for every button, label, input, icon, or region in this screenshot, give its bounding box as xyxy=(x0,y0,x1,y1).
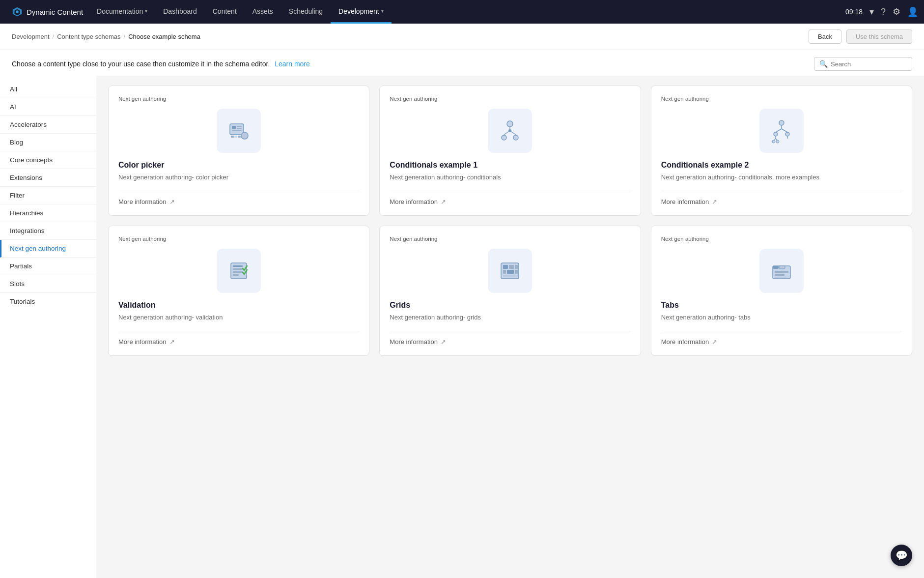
external-link-icon: ↗ xyxy=(441,198,446,205)
card-color-picker[interactable]: Next gen authoring Color picker xyxy=(108,86,369,216)
chevron-down-icon[interactable]: ▾ xyxy=(869,6,874,17)
card-conditionals-2[interactable]: Next gen authoring xyxy=(651,86,912,216)
card-icon-wrap xyxy=(217,109,261,153)
card-tag: Next gen authoring xyxy=(390,236,630,242)
card-desc: Next generation authoring- grids xyxy=(390,314,630,321)
help-icon[interactable]: ? xyxy=(881,7,886,17)
nav-items: Documentation ▾ Dashboard Content Assets… xyxy=(89,0,845,24)
sidebar-item-integrations[interactable]: Integrations xyxy=(0,222,96,240)
card-conditionals-1[interactable]: Next gen authoring Conditionals example … xyxy=(379,86,641,216)
svg-rect-41 xyxy=(507,270,514,274)
search-input[interactable] xyxy=(831,60,899,68)
cards-grid: Next gen authoring Color picker xyxy=(108,86,912,356)
card-footer[interactable]: More information ↗ xyxy=(390,191,630,205)
sidebar: All AI Accelerators Blog Core concepts E… xyxy=(0,76,96,578)
card-footer[interactable]: More information ↗ xyxy=(118,191,359,205)
sidebar-item-filter[interactable]: Filter xyxy=(0,187,96,204)
more-info-label: More information xyxy=(118,338,167,346)
external-link-icon: ↗ xyxy=(712,198,717,205)
card-desc: Next generation authoring- tabs xyxy=(661,314,902,321)
card-title: Grids xyxy=(390,301,630,310)
desc-text: Choose a content type close to your use … xyxy=(12,60,270,68)
sidebar-item-tutorials[interactable]: Tutorials xyxy=(0,293,96,310)
chevron-down-icon: ▾ xyxy=(381,8,384,14)
validation-icon xyxy=(226,258,252,284)
card-footer[interactable]: More information ↗ xyxy=(390,331,630,346)
card-icon-wrap xyxy=(759,249,804,293)
card-title: Tabs xyxy=(661,301,902,310)
user-icon[interactable]: 👤 xyxy=(907,6,918,17)
sidebar-item-partials[interactable]: Partials xyxy=(0,258,96,275)
more-info-label: More information xyxy=(390,198,438,205)
conditionals2-icon xyxy=(769,118,794,144)
card-footer[interactable]: More information ↗ xyxy=(661,191,902,205)
card-icon-wrap xyxy=(217,249,261,293)
sidebar-item-slots[interactable]: Slots xyxy=(0,275,96,293)
card-desc: Next generation authoring- validation xyxy=(118,314,359,321)
sidebar-item-core-concepts[interactable]: Core concepts xyxy=(0,151,96,169)
sidebar-item-extensions[interactable]: Extensions xyxy=(0,169,96,187)
back-button[interactable]: Back xyxy=(809,29,841,44)
breadcrumb-sep-1: / xyxy=(53,33,55,40)
card-footer[interactable]: More information ↗ xyxy=(661,331,902,346)
card-title: Conditionals example 2 xyxy=(661,161,902,170)
desc-text-wrap: Choose a content type close to your use … xyxy=(12,60,310,68)
nav-right: 09:18 ▾ ? ⚙ 👤 xyxy=(845,6,918,17)
breadcrumb-schemas[interactable]: Content type schemas xyxy=(57,33,120,40)
svg-point-8 xyxy=(241,132,248,139)
brand-name: Dynamic Content xyxy=(27,8,83,16)
nav-time: 09:18 xyxy=(845,8,863,16)
chat-button[interactable]: 💬 xyxy=(891,545,912,566)
svg-line-22 xyxy=(782,129,787,132)
card-footer[interactable]: More information ↗ xyxy=(118,331,359,346)
svg-rect-32 xyxy=(233,265,243,267)
nav-assets[interactable]: Assets xyxy=(245,0,281,24)
svg-point-12 xyxy=(507,121,513,127)
svg-rect-48 xyxy=(775,274,784,276)
svg-point-29 xyxy=(772,140,775,143)
svg-rect-40 xyxy=(503,270,506,274)
svg-point-30 xyxy=(776,140,779,143)
card-validation[interactable]: Next gen authoring Validation Next gener… xyxy=(108,226,369,356)
nav-scheduling[interactable]: Scheduling xyxy=(281,0,331,24)
card-tabs[interactable]: Next gen authoring Tabs Next generation … xyxy=(651,226,912,356)
breadcrumb-development[interactable]: Development xyxy=(12,33,50,40)
svg-point-18 xyxy=(508,129,511,132)
sidebar-item-all[interactable]: All xyxy=(0,81,96,98)
card-title: Validation xyxy=(118,301,359,310)
nav-content[interactable]: Content xyxy=(205,0,245,24)
card-grids[interactable]: Next gen authoring Grids Next generation xyxy=(379,226,641,356)
external-link-icon: ↗ xyxy=(712,338,717,346)
svg-rect-6 xyxy=(237,128,242,129)
settings-icon[interactable]: ⚙ xyxy=(893,6,900,17)
tabs-icon xyxy=(769,258,794,284)
breadcrumb: Development / Content type schemas / Cho… xyxy=(12,33,200,40)
learn-more-link[interactable]: Learn more xyxy=(275,60,310,68)
desc-bar: Choose a content type close to your use … xyxy=(0,50,924,76)
sidebar-item-hierarchies[interactable]: Hierarchies xyxy=(0,204,96,222)
use-schema-button[interactable]: Use this schema xyxy=(846,29,912,44)
brand-icon xyxy=(12,6,23,17)
svg-rect-38 xyxy=(509,265,514,269)
grids-icon xyxy=(497,258,523,284)
svg-rect-43 xyxy=(503,275,518,277)
card-icon-wrap xyxy=(488,249,532,293)
sidebar-item-next-gen-authoring[interactable]: Next gen authoring xyxy=(0,240,96,258)
sidebar-item-ai[interactable]: AI xyxy=(0,98,96,116)
svg-point-17 xyxy=(513,135,518,140)
card-icon-wrap xyxy=(488,109,532,153)
external-link-icon: ↗ xyxy=(441,338,446,346)
sidebar-item-accelerators[interactable]: Accelerators xyxy=(0,116,96,134)
svg-rect-35 xyxy=(233,274,239,276)
nav-development[interactable]: Development ▾ xyxy=(331,0,392,24)
nav-documentation[interactable]: Documentation ▾ xyxy=(89,0,155,24)
sidebar-item-blog[interactable]: Blog xyxy=(0,134,96,151)
svg-rect-5 xyxy=(237,126,242,127)
nav-dashboard[interactable]: Dashboard xyxy=(155,0,205,24)
card-title: Conditionals example 1 xyxy=(390,161,630,170)
svg-rect-9 xyxy=(231,136,234,138)
svg-point-2 xyxy=(16,10,19,13)
card-tag: Next gen authoring xyxy=(118,236,359,242)
brand[interactable]: Dynamic Content xyxy=(6,6,89,17)
card-desc: Next generation authoring- color picker xyxy=(118,173,359,181)
